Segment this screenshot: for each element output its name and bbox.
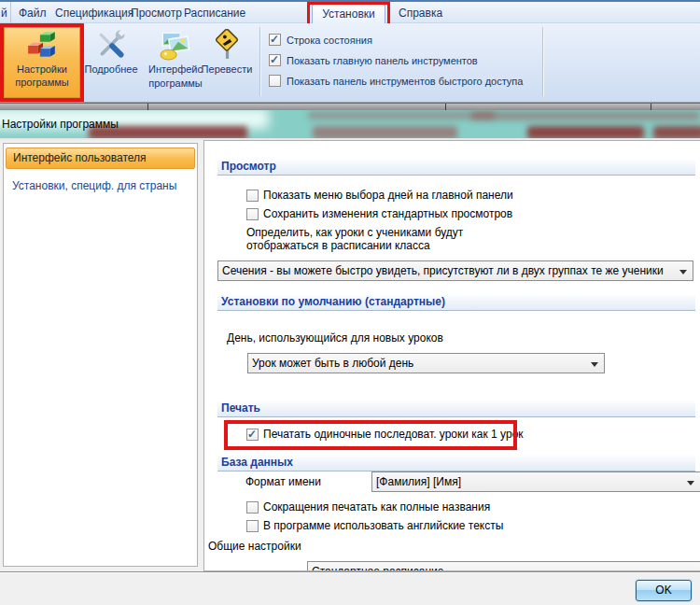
section-header-view: Просмотр (217, 158, 695, 176)
checkbox-print-single-consecutive[interactable]: Печатать одиночные последоват. уроки как… (246, 428, 524, 441)
glass-blob (653, 126, 700, 138)
dropdown-value: Сечения - вы можете быстро увидеть, прис… (222, 264, 664, 277)
button-label: Интерфейс (148, 63, 203, 75)
checkbox-label: Печатать одиночные последоват. уроки как… (263, 428, 524, 441)
section-header-print: Печать (217, 400, 695, 417)
program-interface-pictures-icon (160, 29, 191, 61)
menu-bar: й Файл Спецификация Просмотр Расписание … (0, 0, 700, 23)
lessons-display-note: Определить, как уроки с учениками будут … (246, 226, 463, 252)
chevron-down-icon (679, 270, 687, 274)
checkbox-label: Показать панель инструментов быстрого до… (287, 76, 523, 87)
dropdown-value: Стандартное расписание (312, 565, 443, 571)
checkbox-print-abbreviations-full[interactable]: Сокращения печатать как полные названия (246, 500, 490, 514)
translate-roadsign-icon (211, 29, 243, 61)
checkbox-box (246, 208, 259, 220)
dialog-title: Настройки программы (2, 118, 119, 131)
menu-item-view[interactable]: Просмотр (131, 7, 182, 20)
checkbox-show-quick-access-toolbar[interactable]: Показать панель инструментов быстрого до… (269, 75, 523, 87)
program-settings-cubes-icon (26, 30, 58, 62)
checkbox-box (269, 54, 281, 66)
new-lessons-day-dropdown[interactable]: Урок может быть в любой день (247, 353, 605, 373)
general-settings-dropdown[interactable]: Стандартное расписание (307, 561, 700, 571)
menu-item-help[interactable]: Справка (399, 7, 442, 20)
checkbox-box (269, 34, 281, 46)
dropdown-value: [Фамилия] [Имя] (376, 475, 461, 488)
checkbox-use-english-texts[interactable]: В программе использовать английские текс… (246, 519, 503, 532)
dialog-main-panel: Просмотр Показать меню выбора дней на гл… (203, 140, 700, 571)
note-line: Определить, как уроки с учениками будут (246, 226, 463, 239)
dialog-title-bar: Настройки программы (0, 110, 700, 138)
sidebar-item-country-settings[interactable]: Установки, специф. для страны (12, 179, 176, 192)
sidebar-item-user-interface[interactable]: Интерфейс пользователя (6, 148, 195, 169)
dialog-sidebar: Интерфейс пользователя Установки, специф… (3, 143, 198, 567)
checkbox-show-day-menu[interactable]: Показать меню выбора дней на главной пан… (246, 189, 513, 202)
name-format-dropdown[interactable]: [Фамилия] [Имя] (371, 471, 700, 492)
checkbox-label: Строка состояния (287, 35, 372, 46)
dialog-footer: OK (0, 571, 700, 605)
button-label: Подробнее (84, 63, 137, 75)
chevron-down-icon (591, 362, 598, 367)
details-tools-icon (95, 29, 127, 61)
button-label: Перевести (202, 63, 253, 75)
translate-button[interactable]: Перевести (198, 26, 256, 99)
note-line: отображаться в расписании класса (246, 239, 463, 252)
glass-blob (471, 111, 700, 120)
glass-blob (313, 126, 457, 138)
details-button[interactable]: Подробнее (82, 26, 140, 99)
menu-item-timetable[interactable]: Расписание (184, 7, 245, 20)
menu-divider (10, 2, 11, 25)
checkbox-label: Показать главную панель инструментов (287, 55, 478, 66)
lessons-display-dropdown[interactable]: Сечения - вы можете быстро увидеть, прис… (217, 260, 693, 281)
ribbon-group-divider (259, 27, 260, 96)
glass-blob (527, 126, 644, 138)
checkbox-show-main-toolbar[interactable]: Показать главную панель инструментов (269, 54, 478, 66)
button-label: программы (15, 77, 68, 88)
section-header-database: База данных (217, 454, 695, 471)
checkbox-box (269, 75, 281, 87)
section-header-defaults: Установки по умолчанию (стандартные) (217, 293, 695, 311)
ribbon-group-divider (542, 27, 543, 96)
background-table-header-strip (0, 103, 700, 110)
clipped-menu-text: й (1, 7, 7, 20)
checkbox-save-standard-views[interactable]: Сохранить изменения стандартных просмотр… (246, 207, 512, 220)
checkbox-label: Сокращения печатать как полные названия (263, 500, 490, 514)
checkbox-box (246, 520, 259, 532)
name-format-label: Формат имени (245, 475, 321, 488)
button-label: Настройки (17, 63, 67, 75)
checkbox-status-bar[interactable]: Строка состояния (269, 34, 372, 46)
menu-item-file[interactable]: Файл (19, 7, 47, 20)
general-settings-label: Общие настройки (208, 540, 301, 553)
checkbox-label: Показать меню выбора дней на главной пан… (263, 189, 513, 202)
dropdown-value: Урок может быть в любой день (252, 357, 413, 370)
menu-item-specification[interactable]: Спецификация (55, 7, 133, 20)
glass-blob (308, 111, 495, 120)
checkbox-box (246, 429, 259, 441)
ribbon-toolbar: Настройки программы Подробнее Интерфейс (0, 23, 700, 103)
checkbox-box (246, 190, 259, 202)
checkbox-label: В программе использовать английские текс… (263, 519, 503, 532)
checkbox-label: Сохранить изменения стандартных просмотр… (263, 207, 512, 220)
new-lessons-day-label: День, использующийся для новых уроков (227, 331, 443, 345)
program-settings-button[interactable]: Настройки программы (4, 27, 80, 98)
button-label: программы (148, 77, 202, 89)
ok-button[interactable]: OK (636, 580, 692, 601)
chevron-down-icon (687, 481, 694, 485)
checkbox-box (246, 501, 259, 514)
menu-item-settings[interactable]: Установки (312, 4, 385, 24)
